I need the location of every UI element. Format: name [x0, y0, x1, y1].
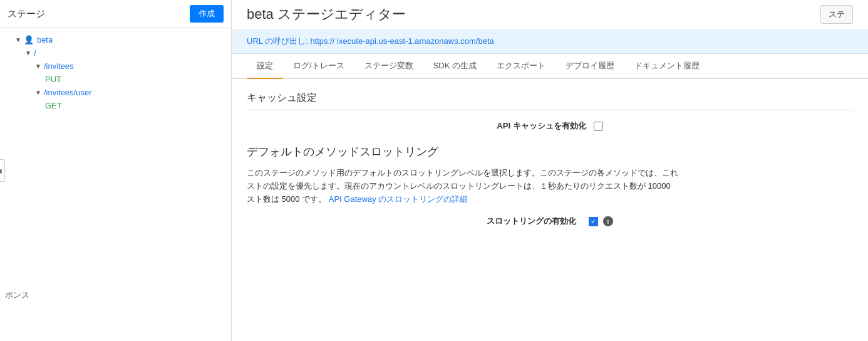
throttle-enable-row: スロットリングの有効化 ✓ i — [247, 216, 853, 227]
tab-log-trace[interactable]: ログ/トレース — [283, 54, 354, 79]
url-banner: URL の呼び出し: https:// ixecute-api.us-east-… — [232, 29, 868, 54]
sidebar-tree: ▼ 👤 beta ▼ / ▼ /invitees PUT ▼ /invitees… — [0, 28, 231, 341]
tab-settings[interactable]: 設定 — [247, 54, 283, 79]
sidebar-title: ステージ — [8, 8, 45, 20]
tab-export[interactable]: エクスポート — [487, 54, 555, 79]
content-area: キャッシュ設定 API キャッシュを有効化 デフォルトのメソッドスロットリング … — [232, 79, 868, 341]
throttle-section: デフォルトのメソッドスロットリング このステージのメソッド用のデフォルトのスロッ… — [247, 144, 853, 227]
throttle-description: このステージのメソッド用のデフォルトのスロットリングレベルを選択します。このステ… — [247, 167, 853, 206]
tab-doc-history[interactable]: ドキュメント履歴 — [624, 54, 710, 79]
cache-enable-label: API キャッシュを有効化 — [497, 120, 586, 132]
sidebar-toggle[interactable]: ◀ — [0, 159, 5, 182]
throttle-section-title: デフォルトのメソッドスロットリング — [247, 144, 853, 159]
tree-item-put[interactable]: PUT — [0, 73, 231, 86]
throttle-enable-checkbox[interactable]: ✓ — [589, 217, 598, 226]
url-banner-label: URL の呼び出し: — [247, 36, 308, 46]
throttle-details-link[interactable]: API Gateway のスロットリングの詳細 — [329, 194, 468, 204]
arrow-root: ▼ — [25, 50, 31, 56]
tab-sdk[interactable]: SDK の生成 — [423, 54, 487, 79]
arrow-beta: ▼ — [15, 36, 21, 43]
tree-label-invitees-user: /invitees/user — [44, 88, 92, 97]
cache-section: キャッシュ設定 API キャッシュを有効化 — [247, 92, 853, 132]
tree-label-get: GET — [45, 101, 62, 110]
tab-stage-vars[interactable]: ステージ変数 — [354, 54, 423, 79]
tree-label-root: / — [34, 48, 36, 58]
header-action-button[interactable]: ステ — [820, 5, 853, 24]
tree-item-get[interactable]: GET — [0, 99, 231, 112]
user-icon: 👤 — [24, 35, 34, 45]
main-content: beta ステージエディター ステ URL の呼び出し: https:// ix… — [232, 0, 868, 341]
page-header: beta ステージエディター ステ — [232, 0, 868, 29]
chevron-left-icon: ◀ — [0, 167, 2, 174]
tabs-bar: 設定 ログ/トレース ステージ変数 SDK の生成 エクスポート デプロイ履歴 … — [232, 54, 868, 79]
cache-enable-checkbox[interactable] — [594, 122, 603, 131]
tab-deploy-history[interactable]: デプロイ履歴 — [555, 54, 624, 79]
info-icon[interactable]: i — [603, 216, 613, 226]
tree-label-beta: beta — [37, 35, 53, 45]
sidebar: ◀ ステージ 作成 ▼ 👤 beta ▼ / ▼ /invitees PUT ▼… — [0, 0, 232, 341]
sidebar-header: ステージ 作成 — [0, 0, 231, 28]
cache-enable-row: API キャッシュを有効化 — [247, 120, 853, 132]
throttle-enable-label: スロットリングの有効化 — [487, 216, 576, 227]
cache-section-title: キャッシュ設定 — [247, 92, 853, 110]
left-partial-text: ポンス — [0, 287, 34, 303]
page-title: beta ステージエディター — [247, 5, 406, 24]
tree-label-invitees: /invitees — [44, 61, 74, 71]
tree-label-put: PUT — [45, 75, 61, 84]
tree-item-invitees-user[interactable]: ▼ /invitees/user — [0, 86, 231, 99]
arrow-invitees-user: ▼ — [35, 89, 41, 96]
tree-item-root[interactable]: ▼ / — [0, 46, 231, 60]
arrow-invitees: ▼ — [35, 63, 41, 70]
tree-item-invitees[interactable]: ▼ /invitees — [0, 60, 231, 73]
create-button[interactable]: 作成 — [190, 5, 224, 23]
tree-item-beta[interactable]: ▼ 👤 beta — [0, 33, 231, 46]
url-banner-value: https:// ixecute-api.us-east-1.amazonaws… — [310, 36, 493, 46]
